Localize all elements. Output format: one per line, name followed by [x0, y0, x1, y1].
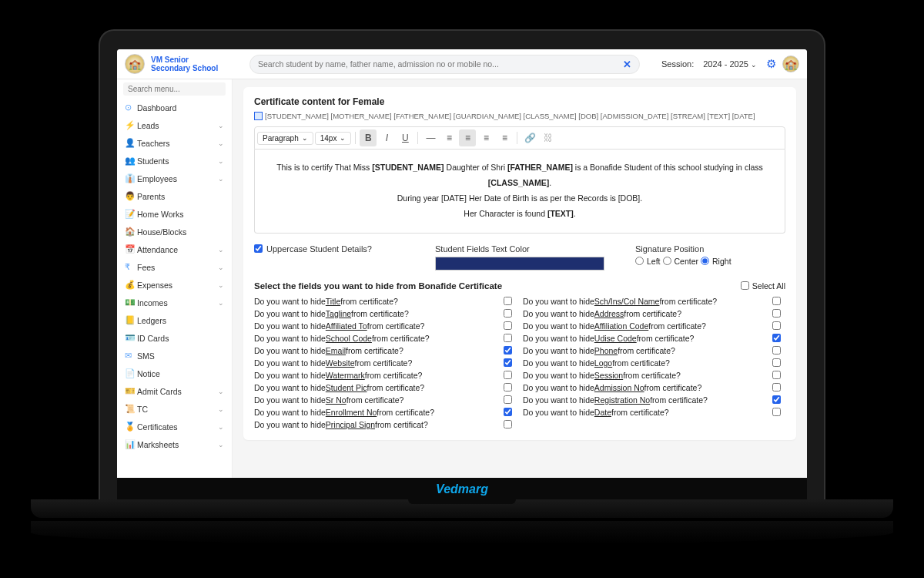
hide-website-checkbox[interactable] [504, 358, 512, 367]
sidebar-item-house-blocks[interactable]: 🏠House/Blocks [117, 223, 232, 240]
global-search[interactable]: ✕ [249, 55, 640, 74]
chevron-down-icon: ⌄ [340, 134, 346, 142]
hide-srno-checkbox[interactable] [504, 395, 512, 404]
school-logo: 🏫 [125, 54, 145, 74]
sig-right-radio[interactable] [701, 257, 709, 265]
hide-title-checkbox[interactable] [504, 297, 512, 305]
unlink-button[interactable]: ⛓ [540, 129, 557, 146]
sidebar-item-ledgers[interactable]: 📒Ledgers [117, 311, 232, 329]
sidebar: ⊙Dashboard⚡Leads⌄👤Teachers⌄👥Students⌄👔Em… [117, 79, 233, 501]
menu-label: Fees [137, 263, 218, 272]
fontsize-select[interactable]: 14px⌄ [315, 132, 352, 145]
sidebar-item-fees[interactable]: ₹Fees⌄ [117, 258, 232, 276]
screen: 🏫 VM Senior Secondary School ✕ Session: … [117, 49, 807, 501]
hide-regno-checkbox[interactable] [772, 395, 781, 404]
search-input[interactable] [258, 59, 623, 69]
sidebar-item-admit-cards[interactable]: 🎫Admit Cards⌄ [117, 382, 232, 400]
sidebar-item-leads[interactable]: ⚡Leads⌄ [117, 116, 232, 134]
sig-left-radio[interactable] [635, 257, 644, 265]
search-clear-icon[interactable]: ✕ [623, 59, 631, 70]
hide-date-label: Do you want to hide Date from certificat… [523, 406, 761, 418]
hide-address-checkbox[interactable] [772, 309, 781, 318]
menu-label: Expenses [137, 281, 218, 290]
hide-admno-checkbox[interactable] [772, 383, 781, 391]
sidebar-item-employees[interactable]: 👔Employees⌄ [117, 170, 232, 187]
session-dropdown[interactable]: 2024 - 2025 ⌄ [703, 59, 757, 69]
uppercase-toggle[interactable]: Uppercase Student Details? [254, 244, 404, 254]
sidebar-item-home-works[interactable]: 📝Home Works [117, 205, 232, 223]
hide-affto-checkbox[interactable] [504, 321, 512, 330]
sidebar-item-teachers[interactable]: 👤Teachers⌄ [117, 134, 232, 152]
sig-center-radio[interactable] [663, 257, 671, 265]
menu-icon: 📊 [125, 439, 137, 449]
hide-schcode-checkbox[interactable] [504, 334, 512, 342]
hide-affcode-checkbox[interactable] [772, 321, 781, 330]
color-swatch[interactable] [435, 257, 604, 271]
editor-toolbar: Paragraph⌄ 14px⌄ B I U — ≡ ≡ ≡ ≡ [254, 126, 785, 150]
underline-button[interactable]: U [397, 129, 413, 146]
brand-logo: Vedmarg [436, 482, 488, 496]
hide-affcode-label: Do you want to hide Affiliation Code fro… [523, 320, 761, 332]
sidebar-item-students[interactable]: 👥Students⌄ [117, 152, 232, 170]
chevron-down-icon: ⌄ [218, 139, 224, 147]
hide-tagline-checkbox[interactable] [504, 309, 512, 318]
select-all[interactable]: Select All [741, 281, 785, 291]
editor-content[interactable]: This is to certify That Miss [STUDENT_NA… [254, 150, 785, 234]
hide-address-label: Do you want to hide Address from certifi… [523, 307, 761, 320]
italic-button[interactable]: I [378, 129, 395, 146]
menu-icon: 📒 [125, 315, 137, 325]
hide-email-checkbox[interactable] [504, 346, 512, 355]
brand-bar: Vedmarg [117, 478, 807, 501]
sidebar-item-sms[interactable]: ✉SMS [117, 347, 232, 365]
uppercase-checkbox[interactable] [254, 244, 263, 253]
sidebar-search-input[interactable] [123, 82, 226, 96]
chevron-down-icon: ⌄ [218, 157, 224, 165]
user-avatar[interactable]: 🏫 [782, 55, 799, 72]
link-button[interactable]: 🔗 [521, 129, 538, 146]
sidebar-item-tc[interactable]: 📜TC⌄ [117, 400, 232, 418]
sidebar-item-id-cards[interactable]: 🪪ID Cards [117, 329, 232, 347]
align-justify-button[interactable]: ≡ [496, 129, 513, 146]
topbar: 🏫 VM Senior Secondary School ✕ Session: … [117, 49, 807, 79]
menu-label: Incomes [137, 298, 218, 307]
hide-studpic-checkbox[interactable] [504, 383, 512, 391]
sidebar-item-certificates[interactable]: 🏅Certificates⌄ [117, 418, 232, 435]
align-center-button[interactable]: ≡ [459, 129, 476, 146]
select-all-checkbox[interactable] [741, 281, 749, 290]
tag-square-icon[interactable] [254, 112, 263, 120]
sidebar-item-attendance[interactable]: 📅Attendance⌄ [117, 240, 232, 258]
settings-icon[interactable]: ⚙ [766, 57, 776, 71]
sidebar-item-dashboard[interactable]: ⊙Dashboard [117, 99, 232, 116]
hide-psign-checkbox[interactable] [504, 420, 512, 428]
sidebar-item-marksheets[interactable]: 📊Marksheets⌄ [117, 435, 232, 453]
menu-label: Leads [137, 121, 218, 130]
align-right-button[interactable]: ≡ [477, 129, 494, 146]
sidebar-item-expenses[interactable]: 💰Expenses⌄ [117, 276, 232, 294]
hide-phone-checkbox[interactable] [772, 346, 781, 355]
session-label: Session: [661, 59, 694, 69]
menu-label: Employees [137, 174, 218, 183]
hide-session-checkbox[interactable] [772, 371, 781, 379]
laptop-frame: 🏫 VM Senior Secondary School ✕ Session: … [100, 31, 824, 501]
sidebar-item-notice[interactable]: 📄Notice [117, 365, 232, 382]
strikethrough-button[interactable]: — [422, 129, 439, 146]
hide-logo-checkbox[interactable] [772, 358, 781, 367]
sidebar-item-parents[interactable]: 👨Parents [117, 187, 232, 205]
bold-button[interactable]: B [360, 129, 377, 146]
hide-date-checkbox[interactable] [772, 408, 781, 416]
paragraph-select[interactable]: Paragraph⌄ [257, 132, 313, 145]
hide-regno-label: Do you want to hide Registration No from… [523, 394, 761, 406]
menu-icon: 💵 [125, 297, 137, 307]
menu-label: Certificates [137, 422, 218, 432]
hide-enroll-checkbox[interactable] [504, 408, 512, 416]
menu-icon: 📝 [125, 209, 137, 219]
sidebar-item-incomes[interactable]: 💵Incomes⌄ [117, 294, 232, 311]
align-left-button[interactable]: ≡ [440, 129, 457, 146]
hide-udise-checkbox[interactable] [772, 334, 781, 342]
hide-watermark-checkbox[interactable] [504, 371, 512, 379]
app-root: 🏫 VM Senior Secondary School ✕ Session: … [117, 49, 807, 501]
hide-psign-label: Do you want to hide Principal Sign from … [254, 418, 492, 431]
hide-sch-checkbox[interactable] [772, 297, 781, 305]
menu-icon: 📄 [125, 368, 137, 378]
hide-admno-label: Do you want to hide Admission No from ce… [523, 381, 761, 394]
